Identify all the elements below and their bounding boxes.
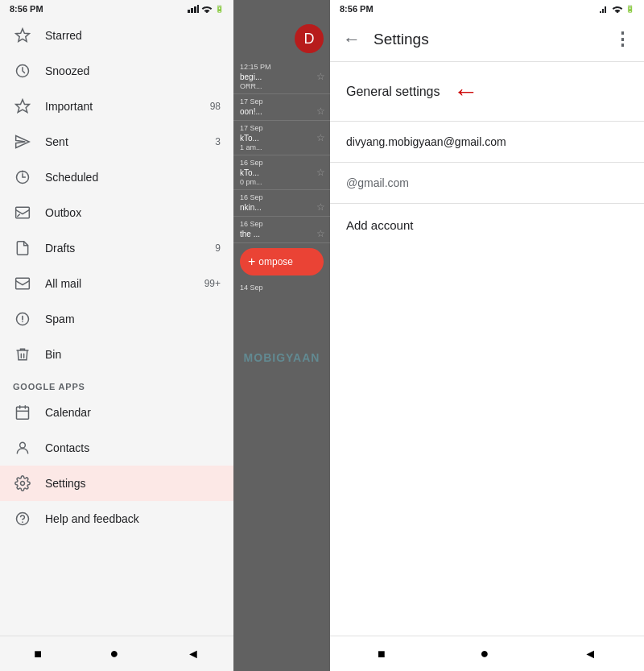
middle-status-spacer [233, 0, 330, 18]
back-button[interactable]: ← [343, 29, 361, 50]
important-icon [13, 97, 32, 116]
sidebar-item-label-outbox: Outbox [45, 206, 221, 219]
email-date-5: 16 Sep [240, 220, 325, 228]
sidebar-item-settings[interactable]: Settings ← [0, 466, 233, 501]
spam-icon [13, 309, 32, 329]
drafts-icon [13, 238, 32, 258]
email-preview-3: kTo... [240, 168, 259, 177]
sidebar-item-outbox[interactable]: Outbox [0, 195, 233, 230]
sidebar-item-label-contacts: Contacts [45, 441, 221, 454]
svg-point-22 [20, 442, 26, 448]
email-item-3[interactable]: 16 Sep kTo... ☆ 0 pm... [233, 155, 330, 190]
account-item-2[interactable]: @gmail.com [330, 163, 644, 203]
email-date-2: 17 Sep [240, 124, 325, 132]
right-status-icons: 🔋 [600, 5, 634, 13]
sidebar-item-all-mail[interactable]: All mail 99+ [0, 266, 233, 301]
star-3: ☆ [316, 167, 325, 178]
left-status-bar: 8:56 PM 🔋 [0, 0, 233, 18]
left-status-icons: 🔋 [188, 5, 224, 13]
email-sub-3: 0 pm... [240, 178, 325, 186]
email-item-0[interactable]: 12:15 PM begi... ☆ ORR... [233, 60, 330, 94]
sidebar-item-snoozed[interactable]: Snoozed [0, 53, 233, 89]
email-preview-4: nkin... [240, 203, 262, 212]
sidebar-item-bin[interactable]: Bin [0, 337, 233, 372]
sidebar-item-drafts[interactable]: Drafts 9 [0, 230, 233, 266]
settings-panel: ← Settings ⋮ General settings ← divyang.… [330, 18, 644, 636]
sidebar-item-important[interactable]: Important 98 [0, 89, 233, 124]
sidebar-item-contacts[interactable]: Contacts [0, 430, 233, 466]
sidebar-item-spam[interactable]: Spam [0, 301, 233, 337]
email-date-0: 12:15 PM [240, 63, 325, 71]
star-1: ☆ [316, 106, 325, 117]
all-mail-icon [13, 274, 32, 293]
bin-icon [13, 345, 32, 364]
email-sub-0: ORR... [240, 82, 325, 90]
add-account-item[interactable]: Add account [330, 204, 644, 247]
sidebar-item-label-help: Help and feedback [45, 512, 221, 525]
svg-rect-14 [16, 278, 30, 288]
sidebar-item-starred[interactable]: Starred [0, 18, 233, 53]
star-5: ☆ [316, 228, 325, 239]
email-item-5[interactable]: 16 Sep the ... ☆ [233, 217, 330, 243]
sidebar-item-calendar[interactable]: Calendar [0, 395, 233, 430]
add-account-label: Add account [346, 218, 413, 232]
battery-icon-right: 🔋 [625, 5, 634, 13]
avatar[interactable]: D [295, 24, 324, 53]
sidebar-item-help[interactable]: Help and feedback [0, 501, 233, 536]
svg-point-23 [21, 482, 25, 486]
general-settings-label: General settings [346, 85, 440, 99]
sidebar-badge-important: 98 [210, 101, 221, 112]
left-nav-stop[interactable]: ■ [34, 647, 42, 661]
email-preview-5: the ... [240, 230, 260, 238]
sidebar-item-label-drafts: Drafts [45, 242, 202, 255]
sidebar-badge-drafts: 9 [215, 242, 221, 254]
email-date-1: 17 Sep [240, 97, 325, 106]
email-date-3: 16 Sep [240, 159, 325, 167]
google-apps-section-header: GOOGLE APPS [0, 372, 233, 395]
star-4: ☆ [316, 201, 325, 213]
email-item-1[interactable]: 17 Sep oon!... ☆ [233, 94, 330, 121]
contacts-icon [13, 438, 32, 458]
star-icon [13, 26, 32, 45]
right-nav-back[interactable]: ◄ [584, 647, 597, 661]
compose-area: + ompose [233, 243, 330, 280]
settings-icon [13, 474, 32, 493]
svg-point-24 [17, 513, 29, 525]
wifi-icon-left [201, 5, 213, 13]
sidebar-item-sent[interactable]: Sent 3 [0, 124, 233, 159]
star-2: ☆ [316, 132, 325, 143]
account-item-1[interactable]: divyang.mobigyaan@gmail.com [330, 122, 644, 162]
left-time: 8:56 PM [10, 4, 43, 14]
snoozed-icon [13, 61, 32, 81]
svg-point-25 [22, 521, 23, 523]
sidebar-item-label-important: Important [45, 100, 197, 113]
sidebar-item-label-settings: Settings [45, 477, 221, 490]
sidebar-item-label-snoozed: Snoozed [45, 64, 221, 77]
watermark: MOBIGYAAN [233, 351, 330, 364]
email-item-2[interactable]: 17 Sep kTo... ☆ 1 am... [233, 121, 330, 155]
right-nav-home[interactable]: ● [480, 645, 489, 662]
right-nav-stop[interactable]: ■ [378, 647, 386, 661]
sidebar-item-scheduled[interactable]: Scheduled [0, 159, 233, 195]
sidebar-item-label-spam: Spam [45, 313, 221, 325]
left-nav-back[interactable]: ◄ [187, 647, 200, 661]
settings-title: Settings [374, 31, 601, 48]
bottom-navigation: ■ ● ◄ ■ ● ◄ [0, 636, 644, 671]
sent-icon [13, 132, 32, 151]
sidebar-item-label-bin: Bin [45, 348, 221, 361]
svg-marker-3 [197, 5, 199, 13]
svg-marker-8 [16, 100, 30, 113]
calendar-icon [13, 403, 32, 422]
general-settings-item[interactable]: General settings ← [330, 62, 644, 121]
signal-icon-right [600, 5, 609, 13]
right-bottom-nav: ■ ● ◄ [330, 636, 644, 671]
sidebar-item-label-sent: Sent [45, 135, 202, 148]
more-button[interactable]: ⋮ [613, 29, 631, 50]
left-nav-home[interactable]: ● [109, 645, 118, 662]
email-item-4[interactable]: 16 Sep nkin... ☆ [233, 190, 330, 217]
compose-button[interactable]: + ompose [240, 248, 324, 275]
sidebar-badge-all-mail: 99+ [204, 278, 221, 289]
svg-marker-2 [194, 6, 196, 13]
svg-marker-9 [16, 136, 30, 148]
svg-marker-5 [602, 9, 604, 13]
